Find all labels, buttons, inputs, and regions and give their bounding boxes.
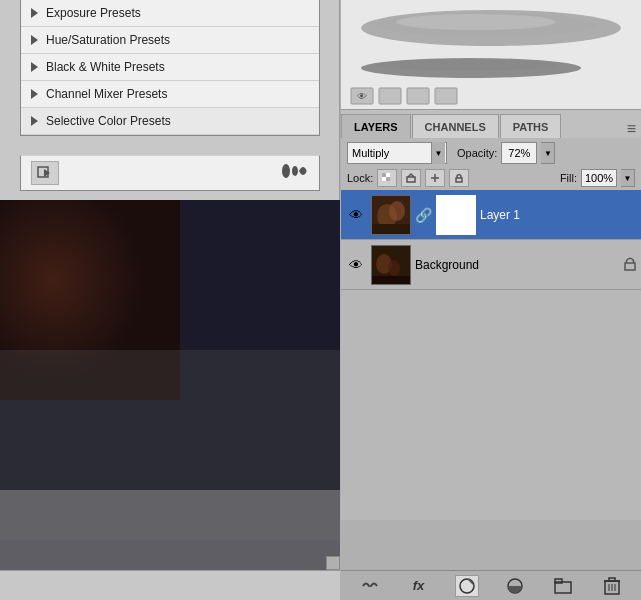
brush-preview-area: 👁 bbox=[341, 0, 641, 110]
svg-point-3 bbox=[292, 166, 298, 176]
tab-channels-label: CHANNELS bbox=[425, 121, 486, 133]
tab-paths[interactable]: PATHS bbox=[500, 114, 562, 138]
tab-paths-label: PATHS bbox=[513, 121, 549, 133]
opacity-label: Opacity: bbox=[457, 147, 497, 159]
svg-point-29 bbox=[389, 201, 405, 221]
lock-all-button[interactable] bbox=[449, 169, 469, 187]
group-button[interactable] bbox=[551, 575, 575, 597]
layer-controls: Multiply Normal Screen Overlay ▼ Opacity… bbox=[341, 138, 641, 169]
adjust-layer-button[interactable] bbox=[503, 575, 527, 597]
svg-text:👁: 👁 bbox=[357, 91, 367, 102]
preset-label-exposure: Exposure Presets bbox=[46, 6, 141, 20]
lock-icon bbox=[623, 255, 637, 271]
svg-rect-30 bbox=[372, 224, 411, 235]
fill-value[interactable]: 100% bbox=[581, 169, 617, 187]
brush-strokes-svg: 👁 bbox=[341, 0, 641, 110]
blend-mode-wrapper: Multiply Normal Screen Overlay ▼ bbox=[347, 142, 447, 164]
svg-rect-35 bbox=[625, 263, 635, 270]
svg-rect-7 bbox=[0, 490, 340, 540]
tab-layers[interactable]: LAYERS bbox=[341, 114, 411, 138]
opacity-arrow[interactable]: ▼ bbox=[541, 142, 555, 164]
tab-layers-label: LAYERS bbox=[354, 121, 398, 133]
options-icon bbox=[281, 162, 309, 180]
preset-item-black-white[interactable]: Black & White Presets bbox=[21, 54, 319, 81]
adjust-icon bbox=[506, 577, 524, 595]
svg-point-11 bbox=[396, 14, 556, 30]
tab-channels[interactable]: CHANNELS bbox=[412, 114, 499, 138]
collapse-icon-selective-color bbox=[31, 116, 38, 126]
lock-position-button[interactable] bbox=[425, 169, 445, 187]
delete-layer-button[interactable] bbox=[600, 575, 624, 597]
eye-icon-layer1: 👁 bbox=[349, 207, 363, 223]
preset-item-channel-mixer[interactable]: Channel Mixer Presets bbox=[21, 81, 319, 108]
bottom-toolbar: fx bbox=[341, 570, 641, 600]
layer-visibility-background[interactable]: 👁 bbox=[345, 254, 367, 276]
lock-transparent-button[interactable] bbox=[377, 169, 397, 187]
svg-point-13 bbox=[376, 59, 556, 71]
canvas-svg bbox=[0, 200, 340, 600]
tab-options: ≡ bbox=[627, 120, 641, 138]
link-icon bbox=[361, 579, 379, 593]
svg-rect-18 bbox=[435, 88, 457, 104]
import-presets-button[interactable] bbox=[31, 161, 59, 185]
lock-all-icon bbox=[453, 172, 465, 184]
preset-label-selective-color: Selective Color Presets bbox=[46, 114, 171, 128]
fill-arrow[interactable]: ▼ bbox=[621, 169, 635, 187]
svg-point-2 bbox=[282, 164, 290, 178]
svg-point-33 bbox=[388, 260, 400, 276]
lock-row: Lock: Fill: 100% ▼ bbox=[341, 166, 641, 191]
link-button[interactable] bbox=[358, 575, 382, 597]
opacity-value[interactable]: 72% bbox=[501, 142, 537, 164]
layer-name-layer1: Layer 1 bbox=[480, 208, 637, 222]
delete-icon bbox=[604, 577, 620, 595]
import-icon bbox=[37, 166, 53, 180]
background-lock-icon bbox=[623, 255, 637, 274]
layer-thumb-svg-layer1 bbox=[372, 196, 411, 235]
svg-rect-26 bbox=[456, 178, 462, 182]
layers-list: 👁 🔗 Layer 1 👁 Background bbox=[341, 190, 641, 520]
chain-icon-layer1: 🔗 bbox=[415, 207, 432, 223]
preset-item-selective-color[interactable]: Selective Color Presets bbox=[21, 108, 319, 135]
collapse-icon-black-white bbox=[31, 62, 38, 72]
panel-menu-icon[interactable]: ≡ bbox=[627, 120, 636, 138]
preset-label-hue-saturation: Hue/Saturation Presets bbox=[46, 33, 170, 47]
fill-label: Fill: bbox=[560, 172, 577, 184]
layer-thumb-svg-background bbox=[372, 246, 411, 285]
svg-rect-16 bbox=[379, 88, 401, 104]
svg-marker-1 bbox=[44, 169, 50, 177]
preset-label-channel-mixer: Channel Mixer Presets bbox=[46, 87, 167, 101]
svg-rect-20 bbox=[386, 177, 390, 181]
tabs-bar: LAYERS CHANNELS PATHS ≡ bbox=[341, 110, 641, 138]
presets-footer bbox=[20, 155, 320, 191]
layer-thumb-layer1 bbox=[371, 195, 411, 235]
layer-row-background[interactable]: 👁 Background bbox=[341, 240, 641, 290]
lock-image-button[interactable] bbox=[401, 169, 421, 187]
preset-item-exposure[interactable]: Exposure Presets bbox=[21, 0, 319, 27]
presets-menu: Exposure Presets Hue/Saturation Presets … bbox=[20, 0, 320, 136]
blend-mode-arrow: ▼ bbox=[431, 142, 445, 164]
svg-rect-43 bbox=[609, 578, 615, 581]
new-adjustment-button[interactable] bbox=[455, 575, 479, 597]
preset-item-hue-saturation[interactable]: Hue/Saturation Presets bbox=[21, 27, 319, 54]
svg-rect-19 bbox=[382, 173, 386, 177]
layer-row-layer1[interactable]: 👁 🔗 Layer 1 bbox=[341, 190, 641, 240]
new-adjustment-icon bbox=[458, 577, 476, 595]
preset-options-button[interactable] bbox=[281, 162, 309, 185]
preset-label-black-white: Black & White Presets bbox=[46, 60, 165, 74]
presets-panel: Exposure Presets Hue/Saturation Presets … bbox=[0, 0, 340, 600]
layer-thumb-background bbox=[371, 245, 411, 285]
eye-icon-background: 👁 bbox=[349, 257, 363, 273]
svg-rect-22 bbox=[386, 173, 390, 177]
collapse-icon-exposure bbox=[31, 8, 38, 18]
layer-mask-thumb-layer1 bbox=[436, 195, 476, 235]
canvas-area bbox=[0, 200, 340, 600]
svg-rect-17 bbox=[407, 88, 429, 104]
scroll-corner bbox=[326, 556, 340, 570]
fx-label: fx bbox=[413, 578, 425, 593]
svg-rect-21 bbox=[382, 177, 386, 181]
layer-visibility-layer1[interactable]: 👁 bbox=[345, 204, 367, 226]
left-panel-bottom bbox=[0, 570, 340, 600]
svg-rect-40 bbox=[555, 579, 562, 583]
fx-button[interactable]: fx bbox=[406, 575, 430, 597]
group-icon bbox=[554, 578, 572, 594]
